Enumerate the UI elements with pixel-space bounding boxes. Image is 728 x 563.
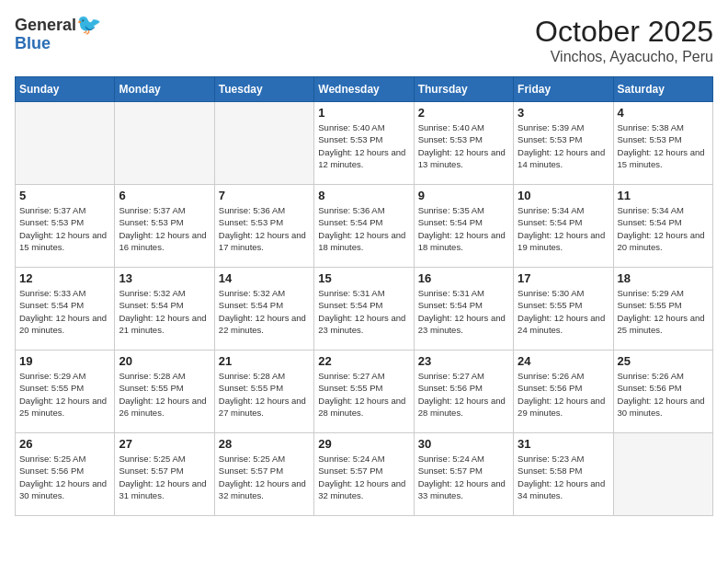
page-header: General 🐦 Blue October 2025 Vinchos, Aya… (15, 15, 713, 65)
day-number: 7 (219, 189, 310, 202)
day-number: 13 (119, 271, 210, 285)
day-info: Sunrise: 5:31 AM Sunset: 5:54 PM Dayligh… (318, 287, 409, 336)
day-info: Sunrise: 5:34 AM Sunset: 5:54 PM Dayligh… (518, 204, 609, 253)
day-info: Sunrise: 5:29 AM Sunset: 5:55 PM Dayligh… (618, 287, 709, 336)
day-cell: 31Sunrise: 5:23 AM Sunset: 5:58 PM Dayli… (514, 433, 613, 516)
day-info: Sunrise: 5:26 AM Sunset: 5:56 PM Dayligh… (518, 370, 609, 419)
day-number: 5 (19, 189, 110, 202)
day-info: Sunrise: 5:36 AM Sunset: 5:53 PM Dayligh… (219, 204, 310, 253)
day-cell: 27Sunrise: 5:25 AM Sunset: 5:57 PM Dayli… (115, 433, 214, 516)
day-cell: 28Sunrise: 5:25 AM Sunset: 5:57 PM Dayli… (214, 433, 313, 516)
day-number: 27 (119, 437, 210, 451)
day-cell: 15Sunrise: 5:31 AM Sunset: 5:54 PM Dayli… (314, 268, 414, 350)
day-cell: 7Sunrise: 5:36 AM Sunset: 5:53 PM Daylig… (214, 185, 313, 268)
day-cell: 21Sunrise: 5:28 AM Sunset: 5:55 PM Dayli… (214, 350, 313, 433)
weekday-header-monday: Monday (115, 77, 214, 102)
day-cell: 25Sunrise: 5:26 AM Sunset: 5:56 PM Dayli… (613, 350, 712, 433)
day-cell: 3Sunrise: 5:39 AM Sunset: 5:53 PM Daylig… (514, 102, 613, 185)
day-number: 24 (518, 354, 609, 368)
day-cell: 12Sunrise: 5:33 AM Sunset: 5:54 PM Dayli… (16, 268, 115, 350)
day-info: Sunrise: 5:24 AM Sunset: 5:57 PM Dayligh… (418, 453, 509, 501)
day-info: Sunrise: 5:25 AM Sunset: 5:57 PM Dayligh… (119, 453, 210, 501)
day-number: 15 (318, 271, 409, 285)
day-cell: 2Sunrise: 5:40 AM Sunset: 5:53 PM Daylig… (414, 102, 513, 185)
weekday-header-sunday: Sunday (16, 77, 115, 102)
day-number: 29 (318, 437, 409, 451)
weekday-header-wednesday: Wednesday (314, 77, 414, 102)
weekday-header-thursday: Thursday (414, 77, 513, 102)
day-info: Sunrise: 5:39 AM Sunset: 5:53 PM Dayligh… (518, 121, 609, 170)
day-cell: 13Sunrise: 5:32 AM Sunset: 5:54 PM Dayli… (115, 268, 214, 350)
day-info: Sunrise: 5:40 AM Sunset: 5:53 PM Dayligh… (318, 121, 409, 170)
day-info: Sunrise: 5:33 AM Sunset: 5:54 PM Dayligh… (19, 287, 110, 336)
day-cell: 10Sunrise: 5:34 AM Sunset: 5:54 PM Dayli… (514, 185, 613, 268)
day-number: 20 (119, 354, 210, 368)
day-info: Sunrise: 5:23 AM Sunset: 5:58 PM Dayligh… (518, 453, 609, 501)
day-info: Sunrise: 5:40 AM Sunset: 5:53 PM Dayligh… (418, 121, 509, 170)
day-info: Sunrise: 5:37 AM Sunset: 5:53 PM Dayligh… (119, 204, 210, 253)
day-cell: 20Sunrise: 5:28 AM Sunset: 5:55 PM Dayli… (115, 350, 214, 433)
day-cell: 5Sunrise: 5:37 AM Sunset: 5:53 PM Daylig… (16, 185, 115, 268)
day-number: 17 (518, 271, 609, 285)
day-cell: 9Sunrise: 5:35 AM Sunset: 5:54 PM Daylig… (414, 185, 513, 268)
day-number: 28 (219, 437, 310, 451)
day-cell: 18Sunrise: 5:29 AM Sunset: 5:55 PM Dayli… (613, 268, 712, 350)
day-cell: 22Sunrise: 5:27 AM Sunset: 5:55 PM Dayli… (314, 350, 414, 433)
day-cell: 24Sunrise: 5:26 AM Sunset: 5:56 PM Dayli… (514, 350, 613, 433)
day-info: Sunrise: 5:27 AM Sunset: 5:55 PM Dayligh… (318, 370, 409, 419)
day-cell (115, 102, 214, 185)
day-number: 26 (19, 437, 110, 451)
day-info: Sunrise: 5:29 AM Sunset: 5:55 PM Dayligh… (19, 370, 110, 419)
day-number: 21 (219, 354, 310, 368)
day-number: 3 (518, 106, 609, 120)
day-number: 11 (618, 189, 709, 202)
day-number: 25 (618, 354, 709, 368)
logo: General 🐦 Blue (15, 15, 101, 52)
day-cell: 14Sunrise: 5:32 AM Sunset: 5:54 PM Dayli… (214, 268, 313, 350)
day-number: 30 (418, 437, 509, 451)
day-number: 23 (418, 354, 509, 368)
day-number: 19 (19, 354, 110, 368)
day-info: Sunrise: 5:37 AM Sunset: 5:53 PM Dayligh… (19, 204, 110, 253)
day-number: 12 (19, 271, 110, 285)
day-cell (16, 102, 115, 185)
logo-blue: Blue (15, 35, 101, 52)
day-info: Sunrise: 5:27 AM Sunset: 5:56 PM Dayligh… (418, 370, 509, 419)
day-cell: 11Sunrise: 5:34 AM Sunset: 5:54 PM Dayli… (613, 185, 712, 268)
weekday-header-friday: Friday (514, 77, 613, 102)
calendar-title-area: October 2025 Vinchos, Ayacucho, Peru (535, 15, 713, 65)
day-number: 31 (518, 437, 609, 451)
day-cell: 16Sunrise: 5:31 AM Sunset: 5:54 PM Dayli… (414, 268, 513, 350)
day-cell (613, 433, 712, 516)
day-info: Sunrise: 5:38 AM Sunset: 5:53 PM Dayligh… (618, 121, 709, 170)
day-info: Sunrise: 5:35 AM Sunset: 5:54 PM Dayligh… (418, 204, 509, 253)
location-title: Vinchos, Ayacucho, Peru (535, 49, 713, 65)
day-number: 4 (618, 106, 709, 120)
day-cell: 26Sunrise: 5:25 AM Sunset: 5:56 PM Dayli… (16, 433, 115, 516)
day-cell: 8Sunrise: 5:36 AM Sunset: 5:54 PM Daylig… (314, 185, 414, 268)
day-cell: 1Sunrise: 5:40 AM Sunset: 5:53 PM Daylig… (314, 102, 414, 185)
month-title: October 2025 (535, 15, 713, 49)
day-cell: 19Sunrise: 5:29 AM Sunset: 5:55 PM Dayli… (16, 350, 115, 433)
day-number: 22 (318, 354, 409, 368)
day-cell: 17Sunrise: 5:30 AM Sunset: 5:55 PM Dayli… (514, 268, 613, 350)
day-cell: 4Sunrise: 5:38 AM Sunset: 5:53 PM Daylig… (613, 102, 712, 185)
day-number: 14 (219, 271, 310, 285)
day-info: Sunrise: 5:30 AM Sunset: 5:55 PM Dayligh… (518, 287, 609, 336)
day-info: Sunrise: 5:34 AM Sunset: 5:54 PM Dayligh… (618, 204, 709, 253)
day-cell (214, 102, 313, 185)
day-number: 8 (318, 189, 409, 202)
day-info: Sunrise: 5:32 AM Sunset: 5:54 PM Dayligh… (119, 287, 210, 336)
day-number: 10 (518, 189, 609, 202)
day-cell: 6Sunrise: 5:37 AM Sunset: 5:53 PM Daylig… (115, 185, 214, 268)
day-info: Sunrise: 5:26 AM Sunset: 5:56 PM Dayligh… (618, 370, 709, 419)
calendar-table: SundayMondayTuesdayWednesdayThursdayFrid… (15, 76, 713, 516)
day-info: Sunrise: 5:32 AM Sunset: 5:54 PM Dayligh… (219, 287, 310, 336)
day-info: Sunrise: 5:28 AM Sunset: 5:55 PM Dayligh… (219, 370, 310, 419)
day-number: 6 (119, 189, 210, 202)
logo-general: General (15, 17, 76, 33)
day-info: Sunrise: 5:24 AM Sunset: 5:57 PM Dayligh… (318, 453, 409, 501)
day-cell: 29Sunrise: 5:24 AM Sunset: 5:57 PM Dayli… (314, 433, 414, 516)
day-info: Sunrise: 5:28 AM Sunset: 5:55 PM Dayligh… (119, 370, 210, 419)
day-number: 1 (318, 106, 409, 120)
